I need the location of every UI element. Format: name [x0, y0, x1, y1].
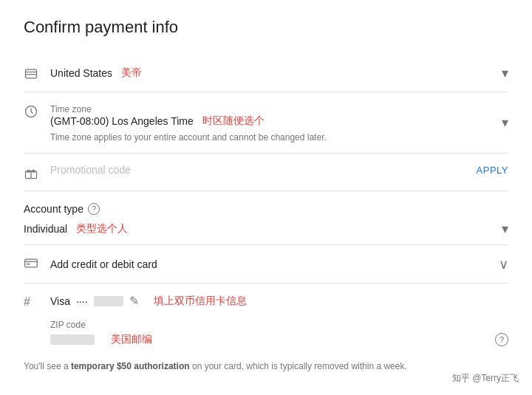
visa-section: # Visa ···· ✎ 填上双币信用卡信息 ZIP code 美国邮编 ?	[24, 284, 508, 346]
footer-note: You'll see a temporary $50 authorization…	[24, 361, 508, 383]
flag-svg	[24, 66, 38, 81]
credit-card-icon	[24, 255, 50, 272]
gift-svg	[24, 165, 38, 180]
account-type-section: Account type ? Individual 类型选个人 ▾	[24, 191, 508, 245]
country-label: United States	[50, 67, 112, 79]
timezone-value: (GMT-08:00) Los Angeles Time	[50, 115, 194, 127]
apply-button[interactable]: APPLY	[477, 165, 508, 176]
timezone-note: Time zone applies to your entire account…	[50, 132, 496, 142]
timezone-annotation: 时区随便选个	[202, 114, 265, 128]
timezone-section: Time zone (GMT-08:00) Los Angeles Time 时…	[24, 92, 508, 154]
zip-help-icon[interactable]: ?	[495, 333, 508, 346]
svg-rect-9	[27, 264, 30, 265]
clock-icon	[24, 103, 50, 119]
country-section: United States 美帝 ▾	[24, 55, 508, 92]
hash-icon: #	[24, 294, 50, 309]
credit-card-label: Add credit or debit card	[50, 258, 493, 270]
zip-section: ZIP code 美国邮编 ?	[50, 320, 508, 346]
footer-text-before: You'll see a	[24, 361, 71, 371]
page-title: Confirm payment info	[24, 18, 508, 37]
svg-rect-7	[25, 259, 38, 267]
account-type-dropdown-arrow[interactable]: ▾	[496, 221, 508, 237]
svg-rect-0	[26, 69, 37, 78]
account-type-value: Individual	[24, 223, 67, 235]
country-annotation: 美帝	[121, 66, 142, 80]
edit-icon[interactable]: ✎	[129, 294, 139, 308]
gift-icon	[24, 164, 50, 180]
account-type-annotation: 类型选个人	[76, 222, 128, 236]
account-type-heading: Account type	[24, 203, 83, 215]
zip-label: ZIP code	[50, 320, 508, 330]
promo-placeholder: Promotional code	[50, 164, 131, 176]
credit-card-collapse-arrow[interactable]: ∨	[493, 256, 508, 272]
zip-value-blurred	[50, 334, 95, 345]
credit-card-section[interactable]: Add credit or debit card ∨	[24, 245, 508, 284]
country-content: United States 美帝 ▾	[50, 65, 508, 81]
watermark: 知乎 @Terry正飞	[448, 371, 523, 386]
visa-number-blurred	[94, 296, 123, 306]
credit-card-svg	[24, 255, 38, 270]
visa-annotation: 填上双币信用卡信息	[154, 295, 247, 308]
zip-annotation: 美国邮编	[111, 333, 152, 346]
footer-text-after: on your card, which is typically removed…	[190, 361, 407, 371]
account-type-help-icon[interactable]: ?	[88, 203, 100, 215]
flag-icon	[24, 65, 50, 81]
clock-svg	[24, 104, 38, 119]
country-dropdown-arrow[interactable]: ▾	[496, 65, 508, 81]
visa-dots: ····	[76, 295, 88, 307]
visa-content: Visa ···· ✎ 填上双币信用卡信息 ZIP code 美国邮编 ?	[50, 294, 508, 346]
timezone-content: Time zone (GMT-08:00) Los Angeles Time 时…	[50, 103, 508, 142]
timezone-sublabel: Time zone	[50, 104, 496, 114]
visa-brand: Visa	[50, 295, 70, 307]
footer-highlight: temporary $50 authorization	[71, 361, 190, 371]
promo-content: Promotional code APPLY	[50, 164, 508, 176]
timezone-dropdown-arrow[interactable]: ▾	[496, 114, 508, 131]
promo-section: Promotional code APPLY	[24, 154, 508, 191]
